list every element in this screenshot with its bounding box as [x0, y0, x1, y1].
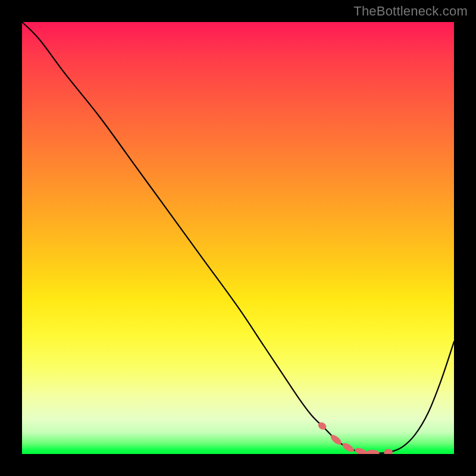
heat-gradient-background [22, 22, 454, 454]
watermark-label: TheBottleneck.com [353, 4, 468, 19]
chart-frame: TheBottleneck.com [0, 0, 476, 476]
plot-area [22, 22, 454, 454]
